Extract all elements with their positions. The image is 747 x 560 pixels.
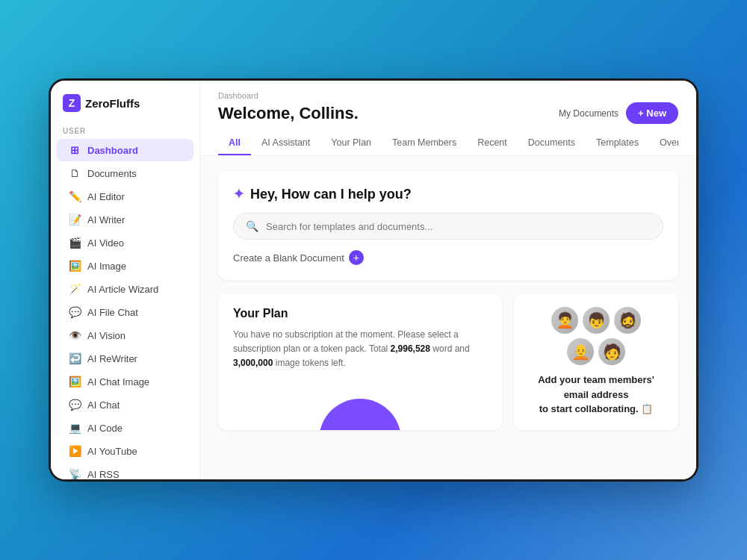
ai-code-icon: 💻 (69, 422, 81, 434)
plan-arc-decoration (319, 399, 401, 430)
nav-tabs: AllAI AssistantYour PlanTeam MembersRece… (218, 131, 678, 155)
main-header: Dashboard Welcome, Collins. My Documents… (200, 81, 696, 156)
header-actions: My Documents + New (559, 102, 678, 124)
create-blank-label: Create a Blank Document (233, 252, 344, 264)
sidebar-item-ai-code[interactable]: 💻AI Code (57, 417, 193, 439)
plan-title: Your Plan (233, 307, 487, 320)
tab-ai-assistant[interactable]: AI Assistant (251, 131, 320, 155)
team-icon: 📋 (641, 403, 653, 414)
sidebar-item-documents[interactable]: 🗋Documents (57, 162, 193, 184)
logo-text: ZeroFluffs (85, 97, 140, 110)
logo-icon: Z (63, 94, 81, 112)
ai-video-icon: 🎬 (69, 237, 81, 249)
dashboard-icon: ⊞ (69, 144, 81, 156)
sidebar-item-label: AI YouTube (87, 446, 137, 457)
sidebar-item-label: AI Vision (87, 330, 125, 341)
ai-rewriter-icon: ↩️ (69, 352, 81, 364)
sidebar-item-label: AI RSS (87, 469, 120, 480)
ai-rss-icon: 📡 (69, 468, 81, 479)
tab-all[interactable]: All (218, 131, 251, 155)
sidebar-item-label: AI Image (87, 261, 126, 272)
sidebar-item-label: Dashboard (87, 145, 138, 156)
plan-image-label: image tokens left. (276, 358, 346, 368)
ai-vision-icon: 👁️ (69, 329, 81, 341)
sidebar-item-label: AI Writer (87, 214, 125, 225)
sidebar-item-ai-rss[interactable]: 📡AI RSS (57, 463, 193, 479)
ai-file-chat-icon: 💬 (69, 306, 81, 318)
avatar-0: 🧑‍🦱 (551, 307, 578, 334)
main-content: ✦ Hey, How can I help you? 🔍 Create a Bl… (200, 156, 696, 479)
sidebar-item-label: AI Article Wizard (87, 284, 158, 295)
page-title: Welcome, Collins. (218, 104, 359, 123)
sidebar: Z ZeroFluffs USER ⊞Dashboard🗋Documents✏️… (51, 81, 200, 479)
logo: Z ZeroFluffs (51, 81, 199, 121)
tab-team-members[interactable]: Team Members (382, 131, 467, 155)
search-icon: 🔍 (246, 220, 258, 232)
sidebar-item-ai-image[interactable]: 🖼️AI Image (57, 255, 193, 277)
breadcrumb: Dashboard (218, 91, 678, 100)
new-button[interactable]: + New (626, 102, 678, 124)
sidebar-item-ai-file-chat[interactable]: 💬AI File Chat (57, 301, 193, 323)
ai-article-wizard-icon: 🪄 (69, 283, 81, 295)
sidebar-item-label: AI Editor (87, 191, 125, 202)
sidebar-item-ai-chat-image[interactable]: 🖼️AI Chat Image (57, 370, 193, 393)
sidebar-item-label: AI Code (87, 423, 123, 434)
sidebar-item-ai-editor[interactable]: ✏️AI Editor (57, 185, 193, 208)
plan-word-count: 2,996,528 (391, 343, 430, 354)
sidebar-section-user: USER (51, 121, 199, 138)
avatars-group: 🧑‍🦱👦🧔🧑‍🦲🧑 (544, 307, 648, 365)
sidebar-item-label: AI File Chat (87, 307, 138, 318)
app-card: Z ZeroFluffs USER ⊞Dashboard🗋Documents✏️… (49, 78, 698, 482)
my-documents-button[interactable]: My Documents (559, 108, 619, 119)
sidebar-item-ai-youtube[interactable]: ▶️AI YouTube (57, 440, 193, 462)
ai-editor-icon: ✏️ (69, 190, 81, 202)
sidebar-item-label: Documents (87, 168, 137, 179)
sidebar-item-ai-article-wizard[interactable]: 🪄AI Article Wizard (57, 278, 193, 300)
help-title: ✦ Hey, How can I help you? (233, 186, 663, 202)
plan-description: You have no subscription at the moment. … (233, 328, 487, 371)
tab-templates[interactable]: Templates (586, 131, 649, 155)
create-blank-button[interactable]: Create a Blank Document + (233, 250, 663, 265)
bottom-row: Your Plan You have no subscription at th… (218, 293, 678, 430)
plan-word-label: word and (433, 343, 469, 354)
search-input[interactable] (266, 221, 651, 232)
avatar-2: 🧔 (614, 307, 641, 334)
sidebar-item-ai-chat[interactable]: 💬AI Chat (57, 393, 193, 416)
avatar-3: 🧑‍🦲 (567, 338, 594, 365)
help-section: ✦ Hey, How can I help you? 🔍 Create a Bl… (218, 171, 678, 280)
ai-chat-icon: 💬 (69, 399, 81, 411)
sidebar-item-label: AI Chat (87, 399, 120, 411)
team-text: Add your team members' email addressto s… (529, 373, 663, 417)
tab-recent[interactable]: Recent (467, 131, 518, 155)
plan-image-count: 3,000,000 (233, 358, 273, 368)
plus-icon: + (349, 250, 364, 265)
sidebar-item-ai-vision[interactable]: 👁️AI Vision (57, 324, 193, 346)
ai-writer-icon: 📝 (69, 214, 81, 225)
tab-overview[interactable]: Overview (649, 131, 678, 155)
avatar-4: 🧑 (598, 338, 625, 365)
plan-card: Your Plan You have no subscription at th… (218, 293, 502, 430)
sidebar-item-ai-rewriter[interactable]: ↩️AI ReWriter (57, 347, 193, 370)
tab-your-plan[interactable]: Your Plan (320, 131, 382, 155)
ai-youtube-icon: ▶️ (69, 445, 81, 457)
sidebar-item-dashboard[interactable]: ⊞Dashboard (57, 139, 193, 161)
tab-documents[interactable]: Documents (518, 131, 586, 155)
sparkle-icon: ✦ (233, 186, 244, 202)
sidebar-item-ai-writer[interactable]: 📝AI Writer (57, 208, 193, 231)
ai-image-icon: 🖼️ (69, 260, 81, 272)
sidebar-item-label: AI ReWriter (87, 353, 137, 364)
help-title-text: Hey, How can I help you? (250, 187, 412, 202)
avatar-1: 👦 (583, 307, 610, 334)
search-bar[interactable]: 🔍 (233, 213, 663, 240)
main-content-area: Dashboard Welcome, Collins. My Documents… (200, 81, 696, 479)
ai-chat-image-icon: 🖼️ (69, 376, 81, 388)
sidebar-item-label: AI Chat Image (87, 376, 149, 388)
team-card: 🧑‍🦱👦🧔🧑‍🦲🧑 Add your team members' email a… (514, 293, 678, 430)
sidebar-item-label: AI Video (87, 237, 124, 249)
sidebar-item-ai-video[interactable]: 🎬AI Video (57, 231, 193, 254)
documents-icon: 🗋 (69, 167, 81, 179)
